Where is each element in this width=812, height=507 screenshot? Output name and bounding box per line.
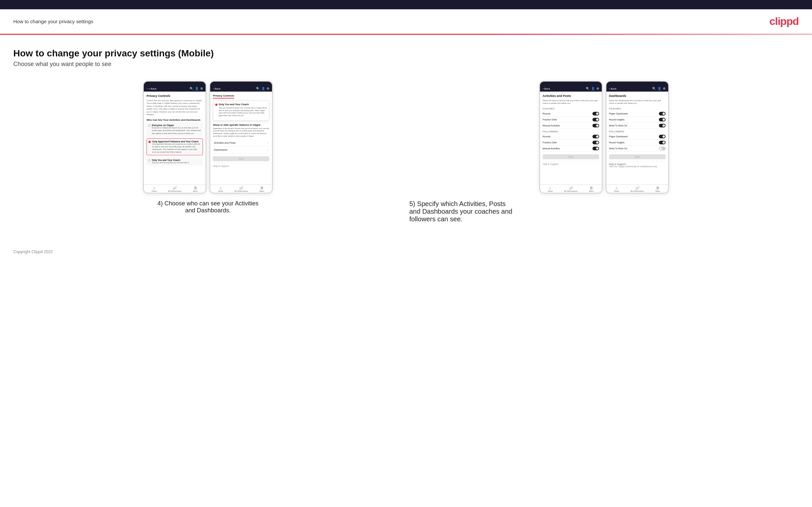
phone4-back[interactable]: ‹ Back <box>609 87 617 90</box>
settings-icon-3[interactable]: ⚙ <box>597 87 599 90</box>
phone3-back[interactable]: ‹ Back <box>543 87 550 90</box>
phone3-nav-icons: 🔍 👤 ⚙ <box>586 87 599 90</box>
nav-performance-4[interactable]: 📈 My Performance <box>627 186 648 192</box>
coaches-drills-label: Practice Drills <box>543 118 557 121</box>
coaches-rounds-toggle[interactable] <box>593 112 599 115</box>
coaches-manual-toggle[interactable] <box>593 124 599 127</box>
caption-5: 5) Specify which Activities, Posts and D… <box>409 200 512 223</box>
nav-home-3[interactable]: ⌂ Home <box>540 186 561 192</box>
phone2-back[interactable]: ‹ Back <box>213 87 220 90</box>
option-followers-text: Only Approved Followers and Your Coach O… <box>152 140 201 154</box>
option-everyone[interactable]: Everyone on Clippd Everyone on Clippd ca… <box>146 122 203 136</box>
phone1-bottom-nav: ⌂ Home 📈 My Performance ☰ Menu <box>144 184 206 193</box>
screenshots-grid: ‹ < Back 🔍 👤 ⚙ Privacy Controls Control … <box>13 81 799 223</box>
coaches-player-dash-label: Player Dashboard <box>609 112 628 115</box>
phone1-content: Privacy Controls Control how you and you… <box>144 92 206 184</box>
phone-4: ‹ Back 🔍 👤 ⚙ Dashboards Select the dashb… <box>606 81 669 193</box>
profile-icon-3[interactable]: 👤 <box>591 87 595 90</box>
option-followers[interactable]: Only Approved Followers and Your Coach O… <box>146 138 203 156</box>
option-coach-only[interactable]: Only You and Your Coach Only you and the… <box>146 157 203 166</box>
search-icon[interactable]: 🔍 <box>190 87 193 90</box>
settings-icon-2[interactable]: ⚙ <box>267 87 269 90</box>
group-5: ‹ Back 🔍 👤 ⚙ Activities and Posts Select… <box>409 81 799 223</box>
coaches-drills-toggle[interactable] <box>593 118 599 121</box>
profile-icon[interactable]: 👤 <box>195 87 199 90</box>
nav-performance-1[interactable]: 📈 My Performance <box>164 186 185 192</box>
followers-work-on-row: What To Work On <box>609 146 666 152</box>
breadcrumb: How to change your privacy settings <box>13 18 93 24</box>
followers-work-on-toggle[interactable] <box>659 147 666 150</box>
group-4: ‹ < Back 🔍 👤 ⚙ Privacy Controls Control … <box>13 81 403 214</box>
phone1-sub-title: Who Can See Your Activities and Dashboar… <box>146 118 203 121</box>
search-icon-3[interactable]: 🔍 <box>586 87 590 90</box>
nav-home-4[interactable]: ⌂ Home <box>606 186 627 192</box>
coaches-work-on-toggle[interactable] <box>659 124 666 127</box>
arrow-icon-2: › <box>267 148 268 152</box>
coaches-manual-label: Manual Activities <box>543 124 560 127</box>
nav-home-2[interactable]: ⌂ Home <box>210 186 231 192</box>
phone4-nav: ‹ Back 🔍 👤 ⚙ <box>606 86 668 92</box>
profile-icon-4[interactable]: 👤 <box>658 87 661 90</box>
phone-3: ‹ Back 🔍 👤 ⚙ Activities and Posts Select… <box>539 81 602 193</box>
phone3-topbar <box>540 81 602 86</box>
phone2-topbar <box>210 81 272 86</box>
followers-rounds-toggle[interactable] <box>593 135 599 138</box>
activities-posts-item[interactable]: Activities and Posts › <box>213 140 269 147</box>
performance-icon-4: 📈 <box>635 186 639 190</box>
menu-icon-1: ☰ <box>194 186 197 190</box>
coaches-rounds-row: Rounds <box>543 111 599 117</box>
search-icon-2[interactable]: 🔍 <box>256 87 260 90</box>
coaches-player-dash-toggle[interactable] <box>659 112 666 115</box>
performance-icon-3: 📈 <box>569 186 573 190</box>
popup-content: Only You and Your Coach Only you and the… <box>218 103 267 117</box>
settings-icon[interactable]: ⚙ <box>200 87 203 90</box>
footer: Copyright Clippd 2022 <box>0 243 812 261</box>
followers-manual-toggle[interactable] <box>593 147 599 150</box>
top-bar <box>0 0 812 9</box>
followers-drills-toggle[interactable] <box>593 141 599 144</box>
coaches-label-4: COACHES <box>609 108 666 110</box>
followers-work-on-label: What To Work On <box>609 147 627 150</box>
phone4-section-desc: Select the dashboards that you'd like to… <box>609 99 666 105</box>
option-everyone-text: Everyone on Clippd Everyone on Clippd ca… <box>152 124 201 134</box>
settings-icon-4[interactable]: ⚙ <box>663 87 666 90</box>
help-support-4: Help & Support Visit our Clippd communit… <box>609 161 666 169</box>
followers-manual-row: Manual Activities <box>543 146 599 152</box>
help-support-3: Help & Support <box>543 161 599 166</box>
menu-icon-4: ☰ <box>656 186 659 190</box>
nav-menu-4[interactable]: ☰ Menu <box>648 186 668 192</box>
phone4-section-title: Dashboards <box>609 94 666 98</box>
followers-player-dash-toggle[interactable] <box>659 135 666 138</box>
nav-home-1[interactable]: ⌂ Home <box>144 186 164 192</box>
nav-performance-2[interactable]: 📈 My Performance <box>231 186 251 192</box>
phone3-section-title: Activities and Posts <box>543 94 599 98</box>
phone1-section-desc: Control how you and your data appears to… <box>146 99 203 116</box>
home-icon-2: ⌂ <box>219 186 221 190</box>
caption-4: 4) Choose who can see your Activities an… <box>155 200 261 214</box>
popup-radio-dot <box>215 104 217 106</box>
nav-performance-3[interactable]: 📈 My Performance <box>561 186 581 192</box>
coaches-player-dash-row: Player Dashboard <box>609 111 666 117</box>
nav-menu-1[interactable]: ☰ Menu <box>185 186 206 192</box>
phone4-bottom-nav: ⌂ Home 📈 My Performance ☰ Menu <box>606 184 668 193</box>
coaches-rounds-label: Rounds <box>543 112 551 115</box>
menu-icon-2: ☰ <box>260 186 263 190</box>
save-btn-2[interactable]: Save <box>213 156 269 161</box>
profile-icon-2[interactable]: 👤 <box>261 87 265 90</box>
nav-menu-3[interactable]: ☰ Menu <box>581 186 602 192</box>
phone-1: ‹ < Back 🔍 👤 ⚙ Privacy Controls Control … <box>143 81 206 193</box>
radio-dot-3 <box>148 159 150 162</box>
dashboards-item[interactable]: Dashboards › <box>213 147 269 154</box>
phone4-nav-icons: 🔍 👤 ⚙ <box>652 87 666 90</box>
popup-radio-row: Only You and Your Coach Only you and the… <box>215 103 267 117</box>
save-btn-4[interactable]: Save <box>609 154 666 159</box>
main-content: How to change your privacy settings (Mob… <box>0 35 812 243</box>
search-icon-4[interactable]: 🔍 <box>652 87 656 90</box>
followers-round-insights-toggle[interactable] <box>659 141 666 144</box>
nav-menu-2[interactable]: ☰ Menu <box>251 186 272 192</box>
coaches-round-insights-toggle[interactable] <box>659 118 666 121</box>
coaches-work-on-row: What To Work On <box>609 123 666 129</box>
phone1-back[interactable]: ‹ < Back <box>146 87 156 90</box>
followers-player-dash-row: Player Dashboard <box>609 134 666 140</box>
save-btn-3[interactable]: Save <box>543 154 599 159</box>
